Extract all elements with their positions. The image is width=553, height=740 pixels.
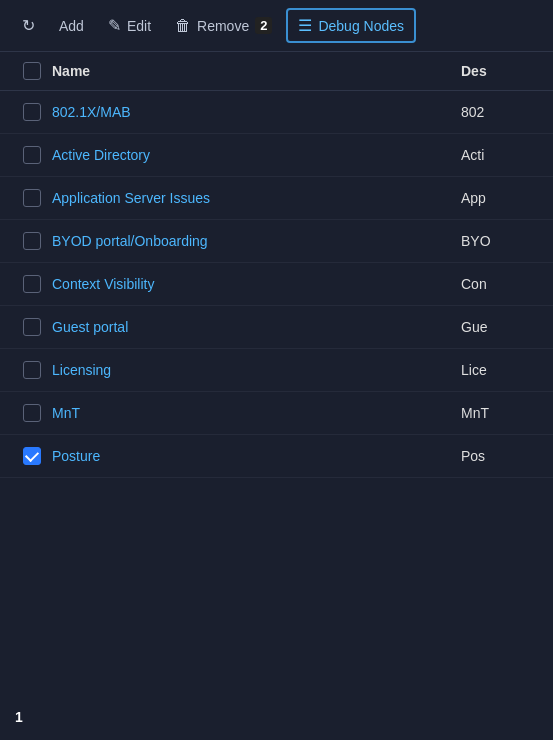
row-desc: Acti: [461, 147, 541, 163]
refresh-button[interactable]: ↻: [12, 10, 45, 41]
row-name: Active Directory: [52, 147, 461, 163]
row-checkbox[interactable]: [23, 275, 41, 293]
table-row[interactable]: Posture Pos: [0, 435, 553, 478]
table-row[interactable]: 802.1X/MAB 802: [0, 91, 553, 134]
table-header: Name Des: [0, 52, 553, 91]
debug-nodes-label: Debug Nodes: [318, 18, 404, 34]
row-desc: Lice: [461, 362, 541, 378]
row-checkbox-col: [12, 361, 52, 379]
add-label: Add: [59, 18, 84, 34]
remove-badge: 2: [255, 17, 272, 34]
row-desc: Pos: [461, 448, 541, 464]
table-row[interactable]: Active Directory Acti: [0, 134, 553, 177]
row-checkbox-col: [12, 447, 52, 465]
row-desc: App: [461, 190, 541, 206]
row-checkbox[interactable]: [23, 361, 41, 379]
toolbar: ↻ Add ✎ Edit 🗑 Remove 2 ☰ Debug Nodes: [0, 0, 553, 52]
table-row[interactable]: MnT MnT: [0, 392, 553, 435]
add-button[interactable]: Add: [49, 12, 94, 40]
header-name-col: Name: [52, 63, 461, 79]
row-name: Licensing: [52, 362, 461, 378]
debug-nodes-button[interactable]: ☰ Debug Nodes: [286, 8, 416, 43]
row-checkbox-col: [12, 103, 52, 121]
header-checkbox-col: [12, 62, 52, 80]
row-name: Application Server Issues: [52, 190, 461, 206]
select-all-checkbox[interactable]: [23, 62, 41, 80]
row-checkbox[interactable]: [23, 318, 41, 336]
row-desc: MnT: [461, 405, 541, 421]
table-body: 802.1X/MAB 802 Active Directory Acti App…: [0, 91, 553, 478]
row-checkbox[interactable]: [23, 447, 41, 465]
table-row[interactable]: Application Server Issues App: [0, 177, 553, 220]
refresh-icon: ↻: [22, 16, 35, 35]
row-checkbox-col: [12, 318, 52, 336]
list-icon: ☰: [298, 16, 312, 35]
row-checkbox-col: [12, 275, 52, 293]
row-name: 802.1X/MAB: [52, 104, 461, 120]
row-checkbox[interactable]: [23, 146, 41, 164]
row-desc: 802: [461, 104, 541, 120]
table-row[interactable]: Context Visibility Con: [0, 263, 553, 306]
header-desc-col: Des: [461, 63, 541, 79]
remove-label: Remove: [197, 18, 249, 34]
row-desc: Con: [461, 276, 541, 292]
row-checkbox[interactable]: [23, 103, 41, 121]
row-checkbox-col: [12, 232, 52, 250]
trash-icon: 🗑: [175, 17, 191, 35]
row-checkbox-col: [12, 146, 52, 164]
row-name: BYOD portal/Onboarding: [52, 233, 461, 249]
table-row[interactable]: BYOD portal/Onboarding BYO: [0, 220, 553, 263]
row-name: MnT: [52, 405, 461, 421]
row-checkbox[interactable]: [23, 189, 41, 207]
row-desc: Gue: [461, 319, 541, 335]
row-name: Context Visibility: [52, 276, 461, 292]
row-name: Posture: [52, 448, 461, 464]
row-desc: BYO: [461, 233, 541, 249]
row-checkbox-col: [12, 189, 52, 207]
remove-button[interactable]: 🗑 Remove 2: [165, 11, 282, 41]
row-checkbox[interactable]: [23, 232, 41, 250]
row-checkbox-col: [12, 404, 52, 422]
selected-count: 1: [15, 709, 23, 725]
table-row[interactable]: Licensing Lice: [0, 349, 553, 392]
edit-icon: ✎: [108, 16, 121, 35]
row-name: Guest portal: [52, 319, 461, 335]
edit-button[interactable]: ✎ Edit: [98, 10, 161, 41]
row-checkbox[interactable]: [23, 404, 41, 422]
table-row[interactable]: Guest portal Gue: [0, 306, 553, 349]
edit-label: Edit: [127, 18, 151, 34]
